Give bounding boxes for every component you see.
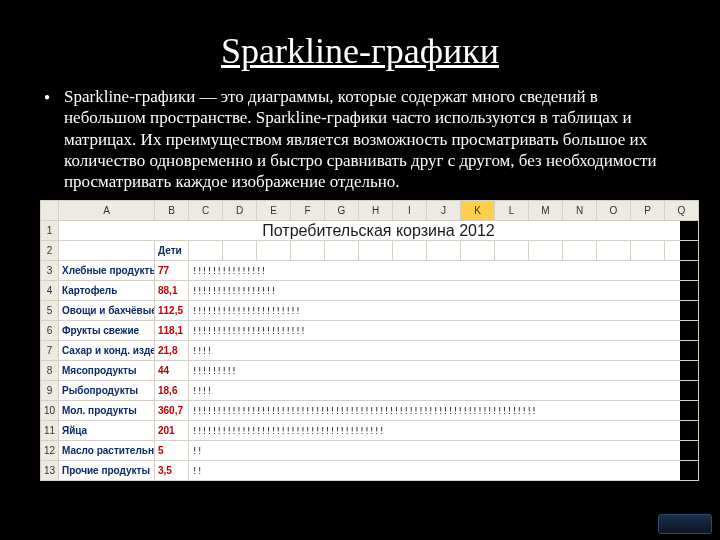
- row-header[interactable]: 8: [41, 361, 59, 381]
- value-cell[interactable]: 44: [155, 361, 189, 381]
- cell[interactable]: [631, 241, 665, 261]
- value-cell[interactable]: 21,8: [155, 341, 189, 361]
- cell[interactable]: [359, 241, 393, 261]
- category-cell[interactable]: Сахар и конд. изделия: [59, 341, 155, 361]
- value-cell[interactable]: 5: [155, 441, 189, 461]
- column-header[interactable]: E: [257, 201, 291, 221]
- corner-cell[interactable]: [41, 201, 59, 221]
- sparkline-cell[interactable]: !!!!!!!!!!!!!!!!!!!!!!: [189, 301, 699, 321]
- sparkline-cell[interactable]: !!!!!!!!!!!!!!!!!: [189, 281, 699, 301]
- sparkline-cell[interactable]: !!: [189, 461, 699, 481]
- row-header[interactable]: 11: [41, 421, 59, 441]
- sheet-title[interactable]: Потребительская корзина 2012: [59, 221, 699, 241]
- sub-header-cell[interactable]: Дети: [155, 241, 189, 261]
- slide-title: Sparkline-графики: [40, 30, 680, 72]
- category-cell[interactable]: Рыбопродукты: [59, 381, 155, 401]
- value-cell[interactable]: 88,1: [155, 281, 189, 301]
- cell[interactable]: [665, 241, 699, 261]
- cell[interactable]: [59, 241, 155, 261]
- column-header[interactable]: J: [427, 201, 461, 221]
- sparkline-cell[interactable]: !!!!!!!!!!!!!!!: [189, 261, 699, 281]
- category-cell[interactable]: Прочие продукты: [59, 461, 155, 481]
- cell[interactable]: [495, 241, 529, 261]
- row-header[interactable]: 3: [41, 261, 59, 281]
- footer-badge: [658, 514, 712, 534]
- row-header[interactable]: 2: [41, 241, 59, 261]
- row-header[interactable]: 4: [41, 281, 59, 301]
- column-header[interactable]: A: [59, 201, 155, 221]
- column-header[interactable]: P: [631, 201, 665, 221]
- cell[interactable]: [291, 241, 325, 261]
- sparkline-cell[interactable]: !!!!: [189, 341, 699, 361]
- cell[interactable]: [461, 241, 495, 261]
- sparkline-cell[interactable]: !!!!!!!!!!!!!!!!!!!!!!!: [189, 321, 699, 341]
- category-cell[interactable]: Мясопродукты: [59, 361, 155, 381]
- value-cell[interactable]: 3,5: [155, 461, 189, 481]
- value-cell[interactable]: 77: [155, 261, 189, 281]
- column-header[interactable]: D: [223, 201, 257, 221]
- row-header[interactable]: 10: [41, 401, 59, 421]
- column-header[interactable]: M: [529, 201, 563, 221]
- category-cell[interactable]: Картофель: [59, 281, 155, 301]
- column-header[interactable]: O: [597, 201, 631, 221]
- column-header[interactable]: Q: [665, 201, 699, 221]
- column-header[interactable]: N: [563, 201, 597, 221]
- column-header[interactable]: K: [461, 201, 495, 221]
- cell[interactable]: [563, 241, 597, 261]
- column-header[interactable]: I: [393, 201, 427, 221]
- row-header[interactable]: 1: [41, 221, 59, 241]
- cell[interactable]: [427, 241, 461, 261]
- cell[interactable]: [189, 241, 223, 261]
- category-cell[interactable]: Овощи и бахчёвые 2: [59, 301, 155, 321]
- category-cell[interactable]: Яйца: [59, 421, 155, 441]
- value-cell[interactable]: 112,5: [155, 301, 189, 321]
- column-header[interactable]: B: [155, 201, 189, 221]
- cell[interactable]: [223, 241, 257, 261]
- column-header[interactable]: L: [495, 201, 529, 221]
- slide-paragraph: Sparkline-графики — это диаграммы, котор…: [64, 86, 680, 192]
- value-cell[interactable]: 18,6: [155, 381, 189, 401]
- row-header[interactable]: 9: [41, 381, 59, 401]
- sparkline-cell[interactable]: !!: [189, 441, 699, 461]
- row-header[interactable]: 13: [41, 461, 59, 481]
- column-header[interactable]: F: [291, 201, 325, 221]
- sparkline-cell[interactable]: !!!!: [189, 381, 699, 401]
- category-cell[interactable]: Хлебные продукты: [59, 261, 155, 281]
- column-header[interactable]: G: [325, 201, 359, 221]
- cell[interactable]: [325, 241, 359, 261]
- row-header[interactable]: 12: [41, 441, 59, 461]
- category-cell[interactable]: Масло растительное: [59, 441, 155, 461]
- cell[interactable]: [393, 241, 427, 261]
- cell[interactable]: [597, 241, 631, 261]
- row-header[interactable]: 6: [41, 321, 59, 341]
- sparkline-cell[interactable]: !!!!!!!!!!!!!!!!!!!!!!!!!!!!!!!!!!!!!!!!…: [189, 401, 699, 421]
- category-cell[interactable]: Фрукты свежие: [59, 321, 155, 341]
- value-cell[interactable]: 360,7: [155, 401, 189, 421]
- cell[interactable]: [529, 241, 563, 261]
- column-header[interactable]: H: [359, 201, 393, 221]
- value-cell[interactable]: 201: [155, 421, 189, 441]
- sparkline-cell[interactable]: !!!!!!!!!: [189, 361, 699, 381]
- bullet-icon: ●: [40, 86, 64, 192]
- sparkline-cell[interactable]: !!!!!!!!!!!!!!!!!!!!!!!!!!!!!!!!!!!!!!!: [189, 421, 699, 441]
- category-cell[interactable]: Мол. продукты: [59, 401, 155, 421]
- value-cell[interactable]: 118,1: [155, 321, 189, 341]
- row-header[interactable]: 7: [41, 341, 59, 361]
- row-header[interactable]: 5: [41, 301, 59, 321]
- spreadsheet: ABCDEFGHIJKLMNOPQ1Потребительская корзин…: [40, 200, 680, 481]
- column-header[interactable]: C: [189, 201, 223, 221]
- cell[interactable]: [257, 241, 291, 261]
